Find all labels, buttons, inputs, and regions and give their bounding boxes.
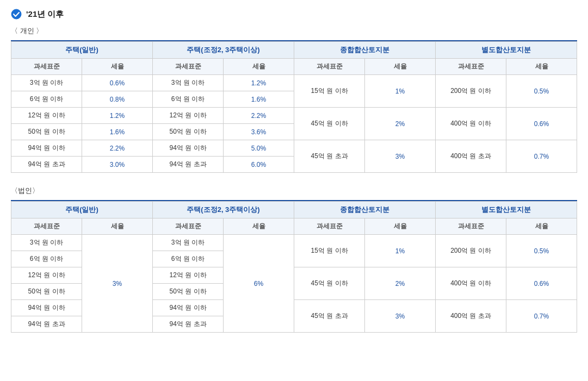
housing-normal-standard: 94억 원 초과 [11, 157, 82, 173]
corp-separate-rate: 0.6% [506, 267, 577, 300]
sub-h-6: 세율 [365, 59, 436, 75]
housing-adjusted-standard: 3억 원 이하 [153, 75, 224, 91]
sub-h-8: 세율 [506, 59, 577, 75]
group-header-housing-normal: 주택(일반) [11, 42, 153, 59]
group-header-housing-adjusted: 주택(조정2, 3주택이상) [153, 42, 294, 59]
corp-sub-h-8: 세율 [506, 218, 577, 235]
corp-comprehensive-standard: 15억 원 이하 [294, 235, 365, 267]
housing-adjusted-rate: 1.6% [224, 91, 294, 108]
housing-normal-rate: 0.8% [82, 91, 153, 108]
housing-adjusted-standard: 94억 원 이하 [153, 140, 224, 157]
corp-housing-normal-standard: 94억 원 초과 [11, 316, 82, 333]
group-header-separate: 별도합산토지분 [436, 42, 577, 59]
comprehensive-rate: 2% [365, 108, 436, 140]
sub-h-5: 과세표준 [294, 59, 365, 75]
check-icon [11, 9, 22, 20]
housing-adjusted-rate: 3.6% [224, 124, 294, 140]
sub-header-row: 과세표준 세율 과세표준 세율 과세표준 세율 과세표준 세율 [11, 59, 577, 75]
corp-group-header-row: 주택(일반) 주택(조정2, 3주택이상) 종합합산토지분 별도합산토지분 [11, 202, 577, 218]
housing-normal-rate: 2.2% [82, 140, 153, 157]
housing-normal-standard: 94억 원 이하 [11, 140, 82, 157]
separate-rate: 0.7% [506, 140, 577, 173]
corp-comprehensive-standard: 45억 원 이하 [294, 267, 365, 300]
housing-normal-standard: 50억 원 이하 [11, 124, 82, 140]
corp-housing-adjusted-standard: 94억 원 초과 [153, 316, 224, 333]
corp-separate-rate: 0.5% [506, 235, 577, 267]
individual-table: 주택(일반) 주택(조정2, 3주택이상) 종합합산토지분 별도합산토지분 과세… [11, 41, 577, 173]
comprehensive-standard: 45억 원 초과 [294, 140, 365, 173]
corp-housing-adjusted-standard: 6억 원 이하 [153, 251, 224, 267]
corp-group-header-housing-adjusted: 주택(조정2, 3주택이상) [153, 202, 294, 218]
corp-group-header-separate: 별도합산토지분 [436, 202, 577, 218]
housing-normal-rate: 0.6% [82, 75, 153, 91]
individual-label: 〈 개인 〉 [11, 26, 577, 36]
corp-housing-adjusted-standard: 12억 원 이하 [153, 267, 224, 284]
corp-housing-normal-standard: 94억 원 이하 [11, 300, 82, 316]
separate-standard: 400억 원 초과 [436, 140, 506, 173]
housing-adjusted-standard: 12억 원 이하 [153, 108, 224, 124]
housing-adjusted-rate: 2.2% [224, 108, 294, 124]
housing-adjusted-rate: 1.2% [224, 75, 294, 91]
housing-adjusted-standard: 50억 원 이하 [153, 124, 224, 140]
separate-standard: 400억 원 이하 [436, 108, 506, 140]
corp-housing-normal-rate: 3% [82, 235, 153, 333]
corp-housing-adjusted-standard: 3억 원 이하 [153, 235, 224, 251]
corp-housing-adjusted-rate: 6% [224, 235, 294, 333]
comprehensive-rate: 1% [365, 75, 436, 108]
corp-comprehensive-rate: 1% [365, 235, 436, 267]
comprehensive-standard: 45억 원 이하 [294, 108, 365, 140]
housing-normal-rate: 1.2% [82, 108, 153, 124]
corp-sub-h-6: 세율 [365, 218, 436, 235]
corp-group-header-comprehensive: 종합합산토지분 [294, 202, 436, 218]
corporate-section: 〈법인〉 주택(일반) 주택(조정2, 3주택이상) 종합합산토지분 별도합산토… [11, 186, 577, 333]
comprehensive-standard: 15억 원 이하 [294, 75, 365, 108]
housing-normal-standard: 6억 원 이하 [11, 91, 82, 108]
corp-sub-h-7: 과세표준 [436, 218, 506, 235]
housing-adjusted-standard: 6억 원 이하 [153, 91, 224, 108]
corporate-table: 주택(일반) 주택(조정2, 3주택이상) 종합합산토지분 별도합산토지분 과세… [11, 201, 577, 333]
housing-adjusted-standard: 94억 원 초과 [153, 157, 224, 173]
housing-normal-standard: 12억 원 이하 [11, 108, 82, 124]
individual-section: 〈 개인 〉 주택(일반) 주택(조정2, 3주택이상) 종합합산토지분 별도합… [11, 26, 577, 173]
group-header-comprehensive: 종합합산토지분 [294, 42, 436, 59]
corp-housing-normal-standard: 50억 원 이하 [11, 284, 82, 300]
sub-h-7: 과세표준 [436, 59, 506, 75]
corp-housing-normal-standard: 3억 원 이하 [11, 235, 82, 251]
corp-sub-h-5: 과세표준 [294, 218, 365, 235]
separate-standard: 200억 원 이하 [436, 75, 506, 108]
corp-housing-adjusted-standard: 94억 원 이하 [153, 300, 224, 316]
housing-adjusted-rate: 6.0% [224, 157, 294, 173]
corp-sub-header-row: 과세표준 세율 과세표준 세율 과세표준 세율 과세표준 세율 [11, 218, 577, 235]
corp-comprehensive-standard: 45억 원 초과 [294, 300, 365, 333]
page-title: '21년 이후 [11, 9, 577, 20]
corp-housing-normal-standard: 6억 원 이하 [11, 251, 82, 267]
corp-comprehensive-rate: 2% [365, 267, 436, 300]
corp-separate-standard: 400억 원 초과 [436, 300, 506, 333]
separate-rate: 0.5% [506, 75, 577, 108]
corp-housing-adjusted-standard: 50억 원 이하 [153, 284, 224, 300]
comprehensive-rate: 3% [365, 140, 436, 173]
corp-separate-standard: 200억 원 이하 [436, 235, 506, 267]
corporate-label: 〈법인〉 [11, 186, 577, 196]
corp-group-header-housing-normal: 주택(일반) [11, 202, 153, 218]
sub-h-1: 과세표준 [11, 59, 82, 75]
sub-h-2: 세율 [82, 59, 153, 75]
corp-housing-normal-standard: 12억 원 이하 [11, 267, 82, 284]
corp-separate-rate: 0.7% [506, 300, 577, 333]
housing-normal-rate: 1.6% [82, 124, 153, 140]
corp-sub-h-2: 세율 [82, 218, 153, 235]
housing-normal-standard: 3억 원 이하 [11, 75, 82, 91]
corp-comprehensive-rate: 3% [365, 300, 436, 333]
corp-separate-standard: 400억 원 이하 [436, 267, 506, 300]
table-row: 3억 원 이하3%3억 원 이하6%15억 원 이하1%200억 원 이하0.5… [11, 235, 577, 251]
corp-sub-h-1: 과세표준 [11, 218, 82, 235]
separate-rate: 0.6% [506, 108, 577, 140]
sub-h-4: 세율 [224, 59, 294, 75]
table-row: 3억 원 이하0.6%3억 원 이하1.2%15억 원 이하1%200억 원 이… [11, 75, 577, 91]
table-row: 94억 원 이하2.2%94억 원 이하5.0%45억 원 초과3%400억 원… [11, 140, 577, 157]
svg-point-0 [11, 9, 21, 19]
group-header-row: 주택(일반) 주택(조정2, 3주택이상) 종합합산토지분 별도합산토지분 [11, 42, 577, 59]
sub-h-3: 과세표준 [153, 59, 224, 75]
housing-adjusted-rate: 5.0% [224, 140, 294, 157]
table-row: 12억 원 이하1.2%12억 원 이하2.2%45억 원 이하2%400억 원… [11, 108, 577, 124]
